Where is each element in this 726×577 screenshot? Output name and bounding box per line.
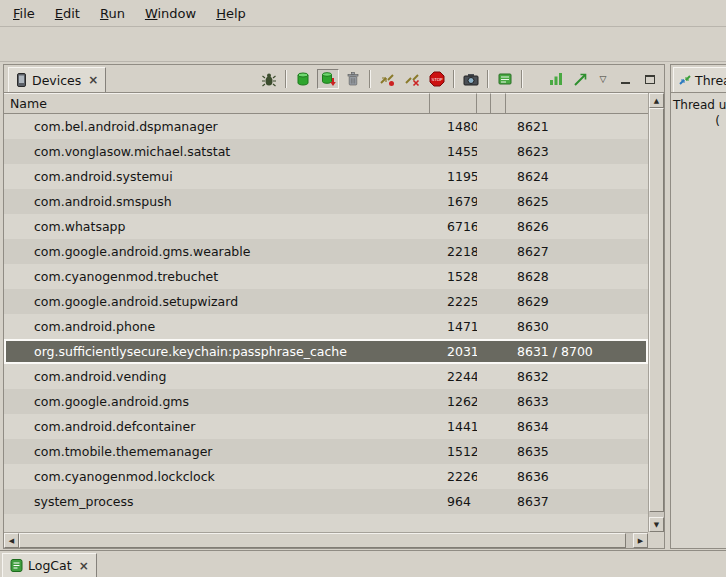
- process-row[interactable]: com.android.systemui 1195 8624: [4, 164, 648, 189]
- menu-item[interactable]: Window: [136, 3, 205, 24]
- tab-devices[interactable]: Devices ×: [8, 67, 106, 92]
- process-row[interactable]: com.android.defcontainer 14411 8634: [4, 414, 648, 439]
- vertical-scroll-thumb[interactable]: [649, 108, 664, 512]
- process-row[interactable]: com.whatsapp 6716 8626: [4, 214, 648, 239]
- toolbar-separator: [369, 70, 371, 88]
- close-icon[interactable]: ×: [86, 73, 98, 87]
- menu-item[interactable]: Run: [91, 3, 134, 24]
- horizontal-scroll-thumb[interactable]: [19, 533, 626, 548]
- tab-threads[interactable]: Threads: [673, 67, 726, 92]
- process-pid: 1679: [430, 189, 477, 214]
- menu-item[interactable]: Edit: [46, 3, 89, 24]
- column-header-a[interactable]: [477, 93, 491, 114]
- screen-capture-icon[interactable]: [460, 69, 482, 89]
- close-icon[interactable]: ×: [77, 559, 89, 573]
- process-port: 8634: [506, 414, 648, 439]
- hierarchy-viewer-icon[interactable]: [545, 69, 567, 89]
- tab-threads-label: Threads: [695, 73, 726, 88]
- process-cell-b: [491, 389, 506, 414]
- logcat-view: LogCat ×: [0, 550, 726, 577]
- threads-view: Threads Thread up (: [670, 64, 726, 549]
- process-cell-b: [491, 439, 506, 464]
- process-cell-a: [477, 189, 491, 214]
- process-row[interactable]: org.sufficientlysecure.keychain:passphra…: [4, 339, 648, 364]
- process-row[interactable]: com.bel.android.dspmanager 1480 8621: [4, 114, 648, 139]
- column-header-pid[interactable]: [430, 93, 477, 114]
- process-pid: 1195: [430, 164, 477, 189]
- dump-hprof-icon[interactable]: [317, 69, 339, 89]
- menu-item[interactable]: Help: [207, 3, 255, 24]
- scroll-up-icon[interactable]: ▲: [649, 93, 664, 108]
- process-cell-b: [491, 139, 506, 164]
- process-port: 8629: [506, 289, 648, 314]
- process-cell-b: [491, 114, 506, 139]
- process-port: 8633: [506, 389, 648, 414]
- devices-toolbar: STOP ▽: [258, 68, 661, 90]
- process-port: 8631 / 8700: [506, 339, 648, 364]
- scroll-down-icon[interactable]: ▼: [649, 517, 664, 532]
- toolbar-separator: [285, 70, 287, 88]
- tab-logcat[interactable]: LogCat ×: [2, 553, 97, 577]
- process-pid: 14553: [430, 139, 477, 164]
- column-header-port[interactable]: [506, 93, 648, 114]
- update-threads-icon[interactable]: [376, 69, 398, 89]
- process-cell-a: [477, 389, 491, 414]
- update-heap-icon[interactable]: [292, 69, 314, 89]
- process-name: com.google.android.gms: [4, 389, 430, 414]
- process-cell-b: [491, 414, 506, 439]
- process-pid: 964: [430, 489, 477, 514]
- process-row[interactable]: com.android.phone 1471 8630: [4, 314, 648, 339]
- process-row[interactable]: com.android.smspush 1679 8625: [4, 189, 648, 214]
- maximize-icon[interactable]: [639, 69, 661, 89]
- column-header-name[interactable]: Name: [4, 93, 430, 114]
- process-cell-a: [477, 489, 491, 514]
- process-row[interactable]: system_process 964 8637: [4, 489, 648, 514]
- process-port: 8635: [506, 439, 648, 464]
- process-cell-a: [477, 439, 491, 464]
- tab-devices-label: Devices: [32, 73, 81, 88]
- process-name: com.android.smspush: [4, 189, 430, 214]
- stop-process-icon[interactable]: STOP: [426, 69, 448, 89]
- process-cell-b: [491, 339, 506, 364]
- scroll-right-icon[interactable]: ▶: [633, 533, 648, 548]
- process-port: 8624: [506, 164, 648, 189]
- horizontal-scrollbar[interactable]: ◀ ▶: [4, 532, 648, 548]
- process-row[interactable]: com.google.android.setupwizard 22250 862…: [4, 289, 648, 314]
- table-header: Name: [4, 93, 648, 114]
- process-row[interactable]: com.cyanogenmod.trebuchet 1528 8628: [4, 264, 648, 289]
- process-cell-b: [491, 239, 506, 264]
- vertical-scrollbar[interactable]: ▲ ▼: [648, 93, 664, 532]
- scrollbar-corner: [648, 532, 664, 548]
- process-name: com.bel.android.dspmanager: [4, 114, 430, 139]
- menu-item[interactable]: File: [4, 3, 44, 24]
- scroll-left-icon[interactable]: ◀: [4, 533, 19, 548]
- logcat-icon: [10, 558, 23, 573]
- process-port: 8626: [506, 214, 648, 239]
- process-cell-a: [477, 139, 491, 164]
- cause-gc-icon[interactable]: [342, 69, 364, 89]
- process-row[interactable]: com.cyanogenmod.lockclock 22265 8636: [4, 464, 648, 489]
- column-header-b[interactable]: [491, 93, 506, 114]
- process-port: 8627: [506, 239, 648, 264]
- process-cell-a: [477, 464, 491, 489]
- process-row[interactable]: com.android.vending 22440 8632: [4, 364, 648, 389]
- method-profiling-icon[interactable]: [401, 69, 423, 89]
- process-name: com.cyanogenmod.trebuchet: [4, 264, 430, 289]
- systrace-icon[interactable]: [494, 69, 516, 89]
- process-row[interactable]: com.google.android.gms.wearable 22185 86…: [4, 239, 648, 264]
- minimize-icon[interactable]: [614, 69, 636, 89]
- opengl-trace-icon[interactable]: [570, 69, 592, 89]
- process-cell-a: [477, 114, 491, 139]
- threads-icon: [678, 73, 692, 87]
- view-menu-icon[interactable]: ▽: [595, 69, 611, 89]
- process-row[interactable]: com.google.android.gms 12623 8633: [4, 389, 648, 414]
- threads-tabbar: Threads: [671, 65, 726, 93]
- debug-icon[interactable]: [258, 69, 280, 89]
- process-cell-a: [477, 414, 491, 439]
- process-cell-b: [491, 314, 506, 339]
- tab-logcat-label: LogCat: [28, 558, 72, 573]
- process-name: com.android.defcontainer: [4, 414, 430, 439]
- process-pid: 1480: [430, 114, 477, 139]
- process-row[interactable]: com.tmobile.thememanager 1512 8635: [4, 439, 648, 464]
- process-row[interactable]: com.vonglasow.michael.satstat 14553 8623: [4, 139, 648, 164]
